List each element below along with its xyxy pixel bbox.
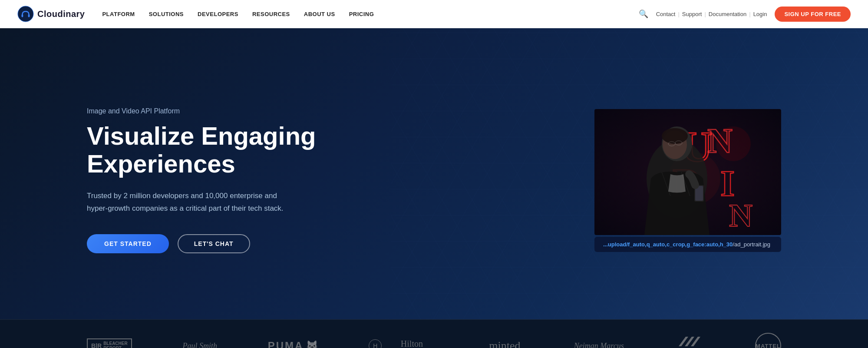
cloudinary-logo-icon [17,6,34,22]
hero-title: Visualize Engaging Experiences [87,122,356,178]
puma-logo: PUMA [268,340,304,348]
navbar: Cloudinary PLATFORM SOLUTIONS DEVELOPERS… [0,0,868,28]
brand-puma: PUMA 🐱 [268,340,318,348]
paul-smith-logo: Paul Smith [182,341,217,348]
puma-cat-icon: 🐱 [306,340,318,348]
brand-adidas: adidas [674,337,704,348]
brand-neiman-marcus: Neiman Marcus [574,341,624,348]
hilton-name: Hilton [385,339,438,348]
sep-1: | [678,11,679,17]
url-bar: ...upload/f_auto,q_auto,c_crop,g_face:au… [594,237,781,252]
svg-point-0 [18,6,33,22]
hero-subtitle: Image and Video API Platform [87,107,356,115]
br-initials: B|R [91,342,102,348]
nav-item-developers[interactable]: DEVELOPERS [198,11,238,17]
nav-item-about[interactable]: ABOUT US [304,11,335,17]
nav-right: 🔍 Contact | Support | Documentation | Lo… [639,7,851,22]
get-started-button[interactable]: GET STARTED [87,234,169,253]
hero-image: U N D I N [594,109,781,235]
lets-chat-button[interactable]: LET'S CHAT [178,234,250,253]
nav-item-platform[interactable]: PLATFORM [102,11,135,17]
signup-button[interactable]: SIGN UP FOR FREE [775,7,851,22]
brand-hilton: H Hilton HOTELS & RESORTS [369,339,438,348]
hero-buttons: GET STARTED LET'S CHAT [87,234,356,253]
nav-item-pricing[interactable]: PRICING [349,11,374,17]
brand-paul-smith: Paul Smith [182,341,217,348]
neiman-marcus-logo: Neiman Marcus [574,341,624,348]
adidas-logo: adidas [674,337,704,348]
hero-image-svg: U N D I N [594,109,781,235]
brands-bar: B|R BLEACHERREPORT Paul Smith PUMA 🐱 H H… [0,319,868,348]
sep-2: | [704,11,706,17]
logo-text: Cloudinary [37,9,85,19]
logo[interactable]: Cloudinary [17,6,85,22]
svg-point-9 [716,126,751,161]
url-normal: /ad_portrait.jpg [733,241,770,248]
mattel-logo: MATTEL [755,333,781,348]
brand-bleacher-report: B|R BLEACHERREPORT [87,338,132,348]
svg-rect-2 [28,14,30,17]
svg-point-16 [662,128,688,144]
contact-link[interactable]: Contact [656,11,676,17]
minted-logo: minted. [489,339,523,348]
nav-item-resources[interactable]: RESOURCES [252,11,290,17]
nav-links: PLATFORM SOLUTIONS DEVELOPERS RESOURCES … [102,11,638,17]
hero-description: Trusted by 2 million developers and 10,0… [87,190,295,215]
nav-item-solutions[interactable]: SOLUTIONS [149,11,184,17]
svg-rect-1 [22,14,23,17]
br-logo: B|R BLEACHERREPORT [87,338,132,348]
support-link[interactable]: Support [682,11,702,17]
login-link[interactable]: Login [753,11,767,17]
brand-mattel: MATTEL [755,333,781,348]
sep-3: | [749,11,750,17]
hero-right: U N D I N [594,109,781,252]
documentation-link[interactable]: Documentation [709,11,746,17]
hilton-logo: H Hilton HOTELS & RESORTS [369,339,438,348]
url-highlight: ...upload/f_auto,q_auto,c_crop,g_face:au… [603,241,733,248]
search-icon[interactable]: 🔍 [639,9,648,19]
nav-util-links: Contact | Support | Documentation | Logi… [656,11,767,17]
hero-content: Image and Video API Platform Visualize E… [0,28,868,319]
hero-left: Image and Video API Platform Visualize E… [87,107,356,253]
svg-text:N: N [729,197,752,233]
brand-minted: minted. [489,339,523,348]
adidas-stripes-icon [679,337,700,346]
br-text: BLEACHERREPORT [103,341,128,348]
hero-section: Image and Video API Platform Visualize E… [0,28,868,319]
